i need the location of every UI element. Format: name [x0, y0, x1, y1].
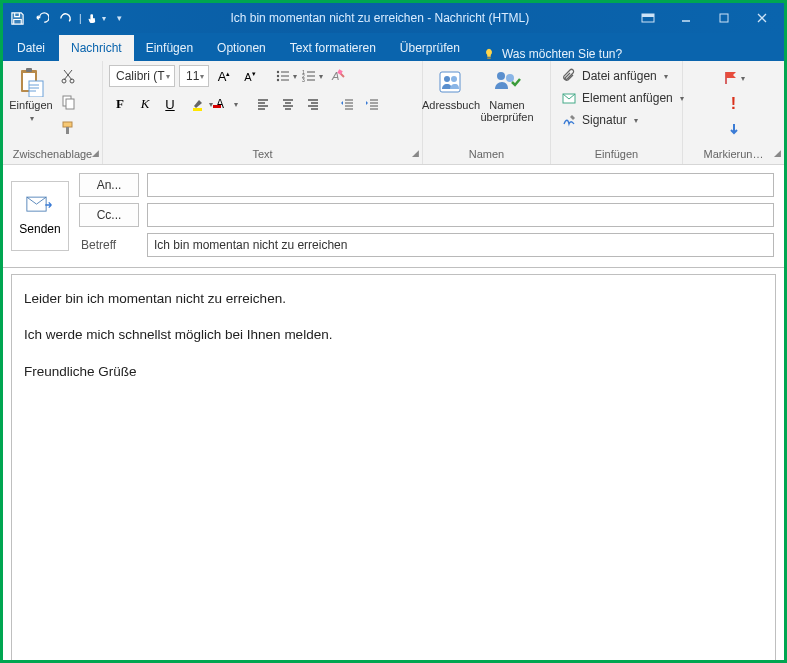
body-paragraph: Leider bin ich momentan nicht zu erreich…	[24, 289, 763, 309]
tell-me-label: Was möchten Sie tun?	[502, 47, 622, 61]
title-bar: | ▾ ▾ Ich bin momentan nicht zu erreiche…	[3, 3, 784, 33]
clipboard-icon	[16, 67, 46, 97]
numbering-icon[interactable]: 123▾	[301, 65, 323, 87]
follow-up-flag-icon[interactable]: ▾	[723, 67, 745, 89]
svg-rect-13	[63, 122, 72, 127]
svg-point-33	[451, 76, 457, 82]
to-button[interactable]: An...	[79, 173, 139, 197]
paperclip-icon	[561, 68, 577, 84]
cc-field[interactable]	[147, 203, 774, 227]
svg-rect-30	[213, 105, 221, 108]
qat-customize-icon[interactable]: ▾	[110, 8, 130, 28]
subject-label: Betreff	[79, 238, 139, 252]
redo-icon[interactable]	[55, 8, 75, 28]
group-names: Adressbuch Namen überprüfen Namen	[423, 61, 551, 164]
svg-rect-14	[66, 127, 69, 134]
shrink-font-icon[interactable]: A▾	[239, 65, 261, 87]
signature-button[interactable]: Signatur▾	[557, 109, 642, 131]
font-size-combo[interactable]: 11▾	[179, 65, 209, 87]
svg-point-15	[277, 71, 279, 73]
bullets-icon[interactable]: ▾	[275, 65, 297, 87]
address-book-button[interactable]: Adressbuch	[429, 65, 473, 111]
svg-rect-3	[720, 14, 728, 22]
envelope-icon	[26, 196, 54, 214]
tab-review[interactable]: Überprüfen	[388, 35, 472, 61]
font-color-icon[interactable]: A▾	[216, 93, 238, 115]
check-names-icon	[492, 67, 522, 97]
ribbon-display-icon[interactable]	[630, 6, 666, 30]
grow-font-icon[interactable]: A▴	[213, 65, 235, 87]
tell-me[interactable]: Was möchten Sie tun?	[472, 47, 632, 61]
highlight-icon[interactable]: ▾	[191, 93, 213, 115]
align-right-icon[interactable]	[302, 93, 324, 115]
align-center-icon[interactable]	[277, 93, 299, 115]
send-button[interactable]: Senden	[11, 181, 69, 251]
to-field[interactable]	[147, 173, 774, 197]
message-body[interactable]: Leider bin ich momentan nicht zu erreich…	[11, 274, 776, 663]
svg-rect-12	[66, 99, 74, 109]
svg-text:3: 3	[302, 77, 305, 83]
tab-format-text[interactable]: Text formatieren	[278, 35, 388, 61]
dialog-launcher-icon[interactable]: ◢	[412, 145, 419, 161]
group-tags: ▾ ! Markierun…◢	[683, 61, 784, 164]
group-names-label: Namen	[429, 146, 544, 164]
ribbon-tabs: Datei Nachricht Einfügen Optionen Text f…	[3, 33, 784, 61]
save-icon[interactable]	[7, 8, 27, 28]
svg-rect-1	[642, 14, 654, 17]
align-left-icon[interactable]	[252, 93, 274, 115]
dialog-launcher-icon[interactable]: ◢	[92, 145, 99, 161]
group-tags-label: Markierun…	[704, 148, 764, 160]
address-book-icon	[436, 67, 466, 97]
low-importance-icon[interactable]	[723, 119, 745, 141]
group-text: Calibri (T▾ 11▾ A▴ A▾ ▾ 123▾ A F K U ▾ A…	[103, 61, 423, 164]
lightbulb-icon	[482, 47, 496, 61]
group-clipboard: Einfügen▾ Zwischenablage◢	[3, 61, 103, 164]
cut-icon[interactable]	[57, 65, 79, 87]
body-paragraph: Ich werde mich schnellst möglich bei Ihn…	[24, 325, 763, 345]
decrease-indent-icon[interactable]	[336, 93, 358, 115]
cc-button[interactable]: Cc...	[79, 203, 139, 227]
paste-button[interactable]: Einfügen▾	[9, 65, 53, 125]
font-name-combo[interactable]: Calibri (T▾	[109, 65, 175, 87]
italic-icon[interactable]: K	[134, 93, 156, 115]
clear-formatting-icon[interactable]: A	[327, 65, 349, 87]
window-controls	[630, 6, 780, 30]
svg-point-32	[444, 76, 450, 82]
window-title: Ich bin momentan nicht zu erreichen - Na…	[130, 11, 630, 25]
minimize-button[interactable]	[668, 6, 704, 30]
tab-message[interactable]: Nachricht	[59, 35, 134, 61]
svg-point-34	[497, 72, 505, 80]
tab-options[interactable]: Optionen	[205, 35, 278, 61]
group-include: Datei anfügen▾ Element anfügen▾ Signatur…	[551, 61, 683, 164]
format-painter-icon[interactable]	[57, 117, 79, 139]
increase-indent-icon[interactable]	[361, 93, 383, 115]
underline-icon[interactable]: U	[159, 93, 181, 115]
attach-file-button[interactable]: Datei anfügen▾	[557, 65, 672, 87]
high-importance-icon[interactable]: !	[723, 93, 745, 115]
copy-icon[interactable]	[57, 91, 79, 113]
maximize-button[interactable]	[706, 6, 742, 30]
tab-file[interactable]: Datei	[3, 35, 59, 61]
svg-point-17	[277, 75, 279, 77]
attach-item-button[interactable]: Element anfügen▾	[557, 87, 688, 109]
attach-item-icon	[561, 90, 577, 106]
ribbon: Einfügen▾ Zwischenablage◢ Calibri (T▾ 11…	[3, 61, 784, 165]
svg-rect-4	[487, 58, 491, 59]
subject-field[interactable]	[147, 233, 774, 257]
touch-mode-icon[interactable]: ▾	[86, 8, 106, 28]
svg-rect-7	[26, 68, 32, 72]
group-text-label: Text	[252, 148, 272, 160]
svg-point-19	[277, 79, 279, 81]
check-names-button[interactable]: Namen überprüfen	[477, 65, 537, 123]
bold-icon[interactable]: F	[109, 93, 131, 115]
svg-rect-8	[29, 81, 43, 97]
compose-header: Senden An... Cc... Betreff	[3, 165, 784, 268]
svg-rect-29	[193, 108, 202, 111]
tab-insert[interactable]: Einfügen	[134, 35, 205, 61]
dialog-launcher-icon[interactable]: ◢	[774, 145, 781, 161]
signature-icon	[561, 112, 577, 128]
svg-point-35	[506, 74, 514, 82]
close-button[interactable]	[744, 6, 780, 30]
undo-icon[interactable]	[31, 8, 51, 28]
body-paragraph: Freundliche Grüße	[24, 362, 763, 382]
